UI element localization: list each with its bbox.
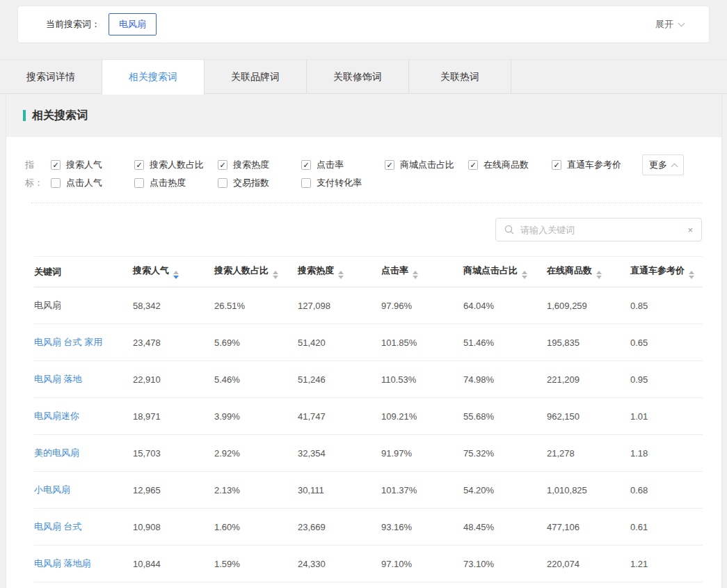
chevron-down-icon [678,19,685,26]
checkbox-checked-icon[interactable]: ✓ [218,160,227,170]
metric-label: 搜索人数占比 [150,159,204,171]
value-cell: 962,150 [547,398,630,435]
expand-label: 展开 [655,18,673,31]
column-header[interactable]: 搜索热度 [298,257,381,287]
checkbox-checked-icon[interactable]: ✓ [468,160,478,170]
column-header[interactable]: 直通车参考价 [630,257,703,287]
clear-input-icon[interactable]: × [687,225,693,235]
value-cell: 10,908 [133,509,214,546]
keyword-link-cell[interactable]: 电风扇 落地 [34,361,133,398]
keyword-search-box[interactable]: × [495,218,702,241]
value-cell: 93.16% [381,509,463,546]
sort-icon[interactable] [338,271,344,279]
column-header[interactable]: 搜索人气 [133,257,214,287]
search-row: × [25,218,702,241]
column-label: 直通车参考价 [630,265,685,276]
value-cell: 26.51% [214,287,298,324]
value-cell: 1,609,259 [547,287,630,324]
table-row: 电风扇 落地扇10,8441.59%24,33097.10%73.10%220,… [34,546,703,582]
expand-toggle[interactable]: 展开 [655,18,684,31]
checkbox-checked-icon[interactable]: ✓ [552,160,561,170]
keyword-link-cell[interactable]: 小电风扇 [34,472,133,509]
metric-checkbox-item[interactable]: 交易指数 [218,177,301,189]
metric-checkbox-item[interactable]: ✓点击率 [301,159,385,171]
metric-label: 点击人气 [66,177,102,189]
metric-checkbox-item[interactable]: 点击人气 [51,177,134,189]
metric-checkbox-item[interactable]: ✓商城点击占比 [385,159,468,171]
metric-checkbox-item[interactable]: ✓直通车参考价 [552,159,635,171]
value-cell: 220,074 [547,546,630,582]
checkbox-unchecked-icon[interactable] [218,178,227,188]
column-label: 搜索人气 [133,265,169,276]
checkbox-checked-icon[interactable]: ✓ [51,160,61,170]
keyword-search-input[interactable] [519,224,687,236]
value-cell: 101.85% [381,324,463,361]
checkbox-checked-icon[interactable]: ✓ [385,160,394,170]
metric-checkbox-item[interactable]: ✓搜索热度 [218,159,301,171]
value-cell: 24,330 [298,546,381,582]
related-search-panel: 相关搜索词 指标： ✓搜索人气✓搜索人数占比✓搜索热度✓点击率✓商城点击占比✓在… [6,94,722,588]
keyword-link-cell[interactable]: 电风扇 台式 [34,509,133,546]
value-cell: 477,106 [547,509,630,546]
metric-checkbox-item[interactable]: ✓在线商品数 [468,159,552,171]
value-cell: 1.59% [214,546,298,582]
column-header[interactable]: 点击率 [381,257,463,287]
tab-bar: 搜索词详情相关搜索词关联品牌词关联修饰词关联热词 [0,59,727,94]
tab-3[interactable]: 关联品牌词 [205,60,307,94]
current-search-label: 当前搜索词： [46,18,100,31]
checkbox-checked-icon[interactable]: ✓ [134,160,144,170]
metric-checkbox-item[interactable]: ✓搜索人气 [51,159,134,171]
value-cell: 0.61 [630,509,703,546]
more-button[interactable]: 更多 [642,154,684,175]
column-label: 搜索人数占比 [214,265,269,276]
section-title: 相关搜索词 [32,109,88,123]
value-cell: 0.85 [630,287,703,324]
metric-label: 点击热度 [150,177,186,189]
metric-checkbox-item[interactable]: 点击热度 [134,177,218,189]
panel-header: 相关搜索词 [6,94,721,137]
value-cell: 21,278 [547,435,630,472]
tab-2[interactable]: 相关搜索词 [102,60,205,95]
value-cell: 58,342 [133,287,214,324]
table-body: 电风扇58,34226.51%127,09897.96%64.04%1,609,… [34,287,703,582]
value-cell: 195,835 [547,324,630,361]
sort-icon[interactable] [273,271,278,279]
column-header[interactable]: 商城点击占比 [463,257,547,287]
value-cell: 0.65 [630,324,703,361]
keyword-link-cell[interactable]: 电风扇 台式 家用 [34,324,133,361]
title-accent-bar [23,110,26,121]
metric-label: 搜索热度 [233,159,269,171]
checkbox-checked-icon[interactable]: ✓ [301,160,311,170]
sort-icon[interactable] [413,271,418,279]
table-row: 电风扇 台式 家用23,4785.69%51,420101.85%51.46%1… [34,324,703,361]
value-cell: 51,420 [298,324,381,361]
sort-icon[interactable] [173,271,179,279]
column-header[interactable]: 在线商品数 [547,257,630,287]
tab-1[interactable]: 搜索词详情 [0,60,102,94]
metric-checkbox-item[interactable]: ✓搜索人数占比 [134,159,218,171]
value-cell: 127,098 [298,287,381,324]
sort-icon[interactable] [689,271,694,279]
sort-icon[interactable] [596,271,602,279]
value-cell: 54.20% [463,472,547,509]
tab-4[interactable]: 关联修饰词 [307,60,409,94]
current-keyword-tag[interactable]: 电风扇 [109,13,157,35]
value-cell: 97.96% [381,287,463,324]
value-cell: 55.68% [463,398,547,435]
value-cell: 15,703 [133,435,214,472]
value-cell: 74.98% [463,361,547,398]
metric-checkbox-item[interactable]: 支付转化率 [301,177,385,189]
checkbox-unchecked-icon[interactable] [301,178,311,188]
dashed-divider [31,202,702,203]
sort-icon[interactable] [522,271,527,279]
tab-5[interactable]: 关联热词 [409,60,511,94]
value-cell: 22,910 [133,361,214,398]
keyword-link-cell[interactable]: 美的电风扇 [34,435,133,472]
value-cell: 41,747 [298,398,381,435]
column-header[interactable]: 搜索人数占比 [214,257,298,287]
checkbox-unchecked-icon[interactable] [134,178,144,188]
keyword-link-cell[interactable]: 电风扇迷你 [34,398,133,435]
value-cell: 73.10% [463,546,547,582]
keyword-link-cell[interactable]: 电风扇 落地扇 [34,546,133,582]
checkbox-unchecked-icon[interactable] [51,178,61,188]
